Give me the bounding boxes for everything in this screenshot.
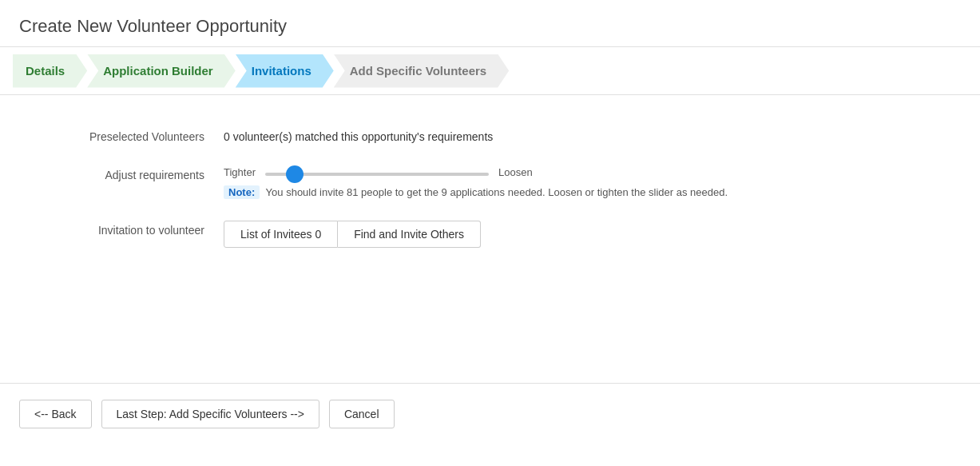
- form-section: Preselected Volunteers 0 volunteer(s) ma…: [0, 127, 980, 248]
- main-content: Preselected Volunteers 0 volunteer(s) ma…: [0, 95, 980, 383]
- invitation-label: Invitation to volunteer: [48, 221, 224, 237]
- adjust-field: Tighter Loosen Note: You should invite 8…: [224, 165, 932, 198]
- list-invitees-button[interactable]: List of Invitees 0: [224, 221, 338, 248]
- page-title-area: Create New Volunteer Opportunity: [0, 0, 980, 47]
- slider-container: Tighter Loosen: [224, 165, 932, 178]
- slider-loosen-label: Loosen: [498, 166, 533, 178]
- invitation-field: List of Invitees 0 Find and Invite Other…: [224, 221, 932, 248]
- next-step-button[interactable]: Last Step: Add Specific Volunteers -->: [101, 400, 319, 428]
- requirements-slider[interactable]: [265, 173, 489, 176]
- step-app-builder-label: Application Builder: [103, 64, 213, 78]
- cancel-button[interactable]: Cancel: [329, 400, 395, 428]
- note-text: You should invite 81 people to get the 9…: [266, 186, 728, 198]
- preselected-row: Preselected Volunteers 0 volunteer(s) ma…: [48, 127, 932, 143]
- adjust-row: Adjust requirements Tighter Loosen Note:…: [48, 165, 932, 198]
- page-title: Create New Volunteer Opportunity: [19, 16, 961, 37]
- preselected-label: Preselected Volunteers: [48, 127, 224, 143]
- slider-wrapper: [265, 165, 489, 178]
- note-box: Note: You should invite 81 people to get…: [224, 186, 932, 198]
- invitation-tabs: List of Invitees 0 Find and Invite Other…: [224, 221, 932, 248]
- note-label: Note:: [224, 185, 260, 199]
- step-invitations-label: Invitations: [252, 64, 311, 78]
- step-add-volunteers-label: Add Specific Volunteers: [350, 64, 486, 78]
- step-add-volunteers[interactable]: Add Specific Volunteers: [334, 47, 509, 94]
- steps-bar: Details Application Builder Invitations …: [0, 47, 980, 95]
- step-details-label: Details: [26, 64, 65, 78]
- preselected-field: 0 volunteer(s) matched this opportunity'…: [224, 127, 932, 143]
- step-details[interactable]: Details: [13, 47, 87, 94]
- slider-tighter-label: Tighter: [224, 166, 256, 178]
- footer: <-- Back Last Step: Add Specific Volunte…: [0, 383, 980, 444]
- preselected-text: 0 volunteer(s) matched this opportunity'…: [224, 127, 932, 143]
- back-button[interactable]: <-- Back: [19, 400, 92, 428]
- step-invitations[interactable]: Invitations: [236, 47, 334, 94]
- invitation-row: Invitation to volunteer List of Invitees…: [48, 221, 932, 248]
- find-invite-button[interactable]: Find and Invite Others: [338, 221, 481, 248]
- step-app-builder[interactable]: Application Builder: [87, 47, 236, 94]
- adjust-label: Adjust requirements: [48, 165, 224, 181]
